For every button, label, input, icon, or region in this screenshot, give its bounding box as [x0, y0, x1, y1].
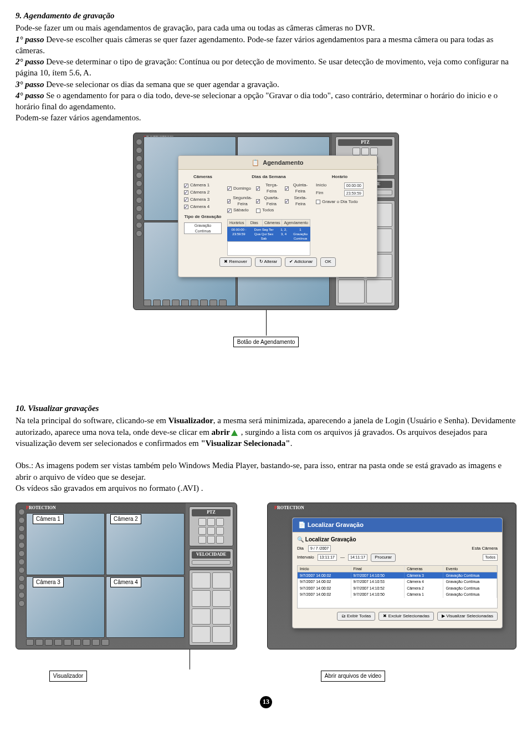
int2-input[interactable]: 14:11:17	[348, 554, 367, 560]
ptz-panel-2: PTZ VELOCIDADE	[186, 503, 237, 649]
ok-button[interactable]: OK	[320, 257, 336, 267]
step1-text: Deve-se escolher quais câmeras se quer f…	[16, 35, 493, 55]
cam-fieldset-title: Câmeras	[184, 174, 222, 180]
step4-text: Se o agendamento for para o dia todo, de…	[16, 91, 498, 111]
layout-buttons-2[interactable]	[189, 570, 233, 646]
tipo-title: Tipo de Gravação	[184, 214, 222, 220]
side-buttons	[136, 139, 142, 237]
cam-check-4[interactable]: Câmera 4	[184, 204, 222, 210]
section-10: 10. Visualizar gravações Na tela princip…	[16, 403, 516, 494]
dia-todos[interactable]: Todos	[256, 207, 282, 214]
dvr-screenshot-2: PROTECTION PTZ VELOCIDADE	[16, 503, 237, 650]
int1-input[interactable]: 13:11:17	[318, 554, 337, 560]
bottom-toolbar-2[interactable]	[26, 638, 183, 647]
tipo-select[interactable]: Gravação Contínua	[184, 222, 222, 234]
dia-segunda[interactable]: Segunda-Feira	[227, 195, 253, 207]
hora-title: Horário	[316, 174, 364, 180]
table-row[interactable]: 9/7/2007 14:00:029/7/2007 14:10:50Câmera…	[298, 572, 497, 579]
s10-obs: Obs.: As imagens podem ser vistas também…	[16, 460, 516, 483]
callout-line-3	[190, 650, 190, 669]
brand-logo-2: PROTECTION	[26, 505, 56, 511]
cam-check-3[interactable]: Câmera 3	[184, 197, 222, 203]
callout-3: Abrir arquivos de video	[321, 671, 385, 682]
callout-line-1	[266, 310, 267, 336]
adicionar-button[interactable]: ✔ Adicionar	[285, 257, 317, 267]
dialog-title: 📋 Agendamento	[178, 156, 377, 170]
ptz-title: PTZ	[338, 139, 392, 146]
dvr-screenshot-3: PROTECTION 📄 Localizar Gravação 🔍 Locali…	[267, 503, 516, 650]
dvr-screenshot-1: PROTECTION PTZ VELOCIDADE	[133, 133, 399, 310]
dia-domingo[interactable]: Domingo	[227, 182, 253, 195]
procurar-button[interactable]: Procurar	[371, 554, 396, 562]
side-buttons-2	[18, 509, 25, 607]
s9-step2: 2° passo Deve-se determinar o tipo de gr…	[16, 56, 516, 79]
locate-dialog: 📄 Localizar Gravação 🔍 Localizar Gravaçã…	[292, 517, 503, 628]
dialog2-heading: 🔍 Localizar Gravação	[297, 536, 498, 544]
cam-check-2[interactable]: Câmera 2	[184, 190, 222, 196]
figure-1: PROTECTION PTZ VELOCIDADE	[16, 133, 516, 348]
recordings-grid[interactable]: InícioFinalCâmerasEvento 9/7/2007 14:00:…	[297, 565, 498, 608]
dia-input[interactable]: 9 / 7 /2007	[308, 545, 331, 551]
fim-input[interactable]: 23:59:59	[344, 190, 364, 196]
excluir-button[interactable]: ✖ Excluir Selecionadas	[378, 612, 434, 621]
s9-step3: 3° passo Deve-se selecionar os dias da s…	[16, 79, 516, 90]
page-number: 13	[260, 696, 272, 708]
dia-quinta[interactable]: Quinta-Feira	[285, 182, 310, 195]
step3-label: 3° passo	[16, 80, 44, 89]
brand-logo-3: PROTECTION	[274, 505, 304, 511]
ptz-control-2[interactable]: PTZ	[189, 506, 233, 546]
s10-p3: Os vídeos são gravados em arquivos no fo…	[16, 483, 516, 494]
section-9: 9. Agendamento de gravação Pode-se fazer…	[16, 10, 516, 124]
schedule-grid[interactable]	[227, 241, 310, 256]
cam-check-1[interactable]: Câmera 1	[184, 182, 222, 189]
s9-step4: 4° passo Se o agendamento for para o dia…	[16, 90, 516, 113]
table-row[interactable]: 9/7/2007 14:00:029/7/2007 14:10:50Câmera…	[298, 591, 497, 597]
play-icon	[231, 430, 238, 436]
step2-label: 2° passo	[16, 57, 44, 66]
schedule-dialog: 📋 Agendamento Câmeras Câmera 1 Câmera 2 …	[178, 155, 377, 277]
table-row[interactable]: 9/7/2007 14:00:029/7/2007 14:10:53Câmera…	[298, 579, 497, 585]
s9-p1: Pode-se fazer um ou mais agendamentos de…	[16, 22, 516, 33]
cam-4	[106, 576, 185, 638]
s10-title: 10. Visualizar gravações	[16, 403, 516, 414]
exibir-todas-button[interactable]: 🗂 Exibir Todas	[337, 612, 376, 621]
todos-select[interactable]: Todos	[483, 554, 498, 560]
s9-step1: 1° passo Deve-se escolher quais câmeras …	[16, 34, 516, 57]
gravar-dia-todo[interactable]: Gravar o Dia Todo	[316, 199, 364, 205]
cam-3	[26, 576, 105, 638]
step4-label: 4° passo	[16, 91, 44, 100]
cam-2	[106, 513, 185, 575]
table-row[interactable]: 9/7/2007 14:00:029/7/2007 14:10:52Câmera…	[298, 585, 497, 591]
visualizar-button[interactable]: ▶ Visualizar Selecionadas	[437, 612, 498, 621]
s9-title: 9. Agendamento de gravação	[16, 10, 516, 21]
callout-2: Visualizador	[49, 671, 87, 682]
dia-sexta[interactable]: Sexta-Feira	[285, 195, 310, 207]
alterar-button[interactable]: ↻ Alterar	[255, 257, 282, 267]
dia-quarta[interactable]: Quarta-Feira	[256, 195, 282, 207]
figure-2: PROTECTION PTZ VELOCIDADE	[16, 503, 237, 682]
dia-sabado[interactable]: Sábado	[227, 207, 253, 214]
cam-1	[26, 513, 105, 575]
remover-button[interactable]: ✖ Remover	[219, 257, 252, 267]
inicio-input[interactable]: 00:00:00	[344, 182, 364, 189]
velocity-control-2[interactable]: VELOCIDADE	[189, 549, 233, 567]
camera-grid-2	[16, 503, 186, 649]
step2-text: Deve-se determinar o tipo de gravação: C…	[16, 57, 509, 77]
callout-1: Botão de Agendamento	[233, 337, 299, 348]
s10-p1: Na tela principal do software, clicando-…	[16, 415, 516, 449]
dias-title: Dias da Semana	[227, 174, 310, 180]
figure-3: PROTECTION 📄 Localizar Gravação 🔍 Locali…	[267, 503, 516, 682]
dia-terca[interactable]: Terça-Feira	[256, 182, 282, 195]
s9-p5: Podem-se fazer vários agendamentos.	[16, 112, 516, 123]
step3-text: Deve-se selecionar os dias da semana que…	[44, 80, 279, 89]
bottom-toolbar[interactable]	[144, 298, 330, 307]
dialog2-titlebar: 📄 Localizar Gravação	[293, 518, 502, 532]
step1-label: 1° passo	[16, 35, 44, 44]
